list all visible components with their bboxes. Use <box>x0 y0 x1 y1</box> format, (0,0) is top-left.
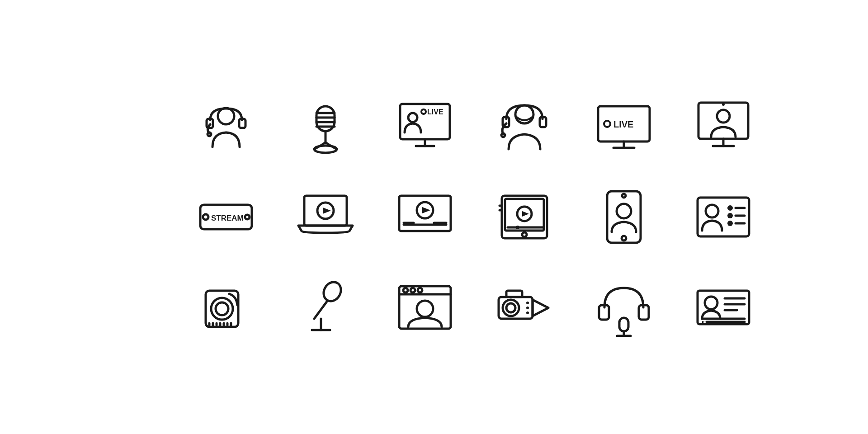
svg-point-84 <box>417 301 433 317</box>
svg-point-55 <box>622 236 626 241</box>
svg-text:LIVE: LIVE <box>613 119 633 129</box>
svg-point-54 <box>622 194 626 198</box>
icon-mic-stand-2 <box>289 271 362 344</box>
svg-point-90 <box>526 307 529 309</box>
icon-video-player <box>389 181 461 253</box>
svg-point-52 <box>516 226 519 229</box>
svg-marker-37 <box>323 208 331 214</box>
icon-headset-person <box>190 90 262 163</box>
icon-microphone-stand <box>289 90 362 163</box>
svg-point-66 <box>211 298 233 320</box>
svg-marker-50 <box>522 211 529 217</box>
icon-tablet-play <box>488 181 561 253</box>
svg-point-89 <box>526 302 529 304</box>
icon-browser-person <box>389 271 461 344</box>
svg-point-58 <box>706 205 718 217</box>
svg-point-14 <box>408 113 417 122</box>
svg-point-75 <box>320 279 344 304</box>
icon-action-camera <box>190 271 262 344</box>
svg-point-87 <box>506 303 515 312</box>
icon-laptop-play <box>289 181 362 253</box>
svg-text:STREAM: STREAM <box>211 214 244 222</box>
svg-point-15 <box>421 109 426 114</box>
svg-rect-57 <box>698 198 749 236</box>
svg-point-82 <box>410 288 415 292</box>
icon-monitor-live: LIVE <box>389 90 461 163</box>
icon-tv-live: LIVE <box>588 90 660 163</box>
svg-point-47 <box>522 232 527 237</box>
svg-point-30 <box>717 110 730 123</box>
svg-point-83 <box>418 288 422 292</box>
svg-point-32 <box>203 214 208 220</box>
icon-tablet-profile <box>687 181 760 253</box>
icon-grid: LIVE <box>163 63 705 371</box>
icon-headset-person-2 <box>488 90 561 163</box>
svg-rect-26 <box>698 103 748 139</box>
svg-point-0 <box>218 108 234 124</box>
svg-point-91 <box>526 311 529 314</box>
svg-point-33 <box>245 215 250 219</box>
svg-rect-88 <box>506 291 522 297</box>
icon-headphones-mic <box>588 271 660 344</box>
svg-point-63 <box>727 221 733 226</box>
svg-point-67 <box>216 302 228 315</box>
svg-point-98 <box>705 297 717 309</box>
svg-point-10 <box>314 146 337 153</box>
svg-point-61 <box>727 213 733 218</box>
icon-phone-person <box>588 181 660 253</box>
svg-point-81 <box>403 288 408 292</box>
icon-monitor-person <box>687 90 760 163</box>
svg-point-56 <box>617 204 631 218</box>
svg-marker-40 <box>422 207 430 213</box>
svg-point-86 <box>503 300 519 316</box>
svg-line-76 <box>314 302 327 319</box>
svg-point-27 <box>722 103 725 106</box>
icon-video-camera <box>488 271 561 344</box>
svg-point-24 <box>604 121 610 127</box>
svg-rect-94 <box>619 318 628 331</box>
icon-phone-stream: STREAM <box>190 181 262 253</box>
svg-text:LIVE: LIVE <box>427 108 443 116</box>
icon-video-player-2 <box>687 271 760 344</box>
svg-point-59 <box>727 205 733 211</box>
svg-marker-103 <box>702 321 705 323</box>
